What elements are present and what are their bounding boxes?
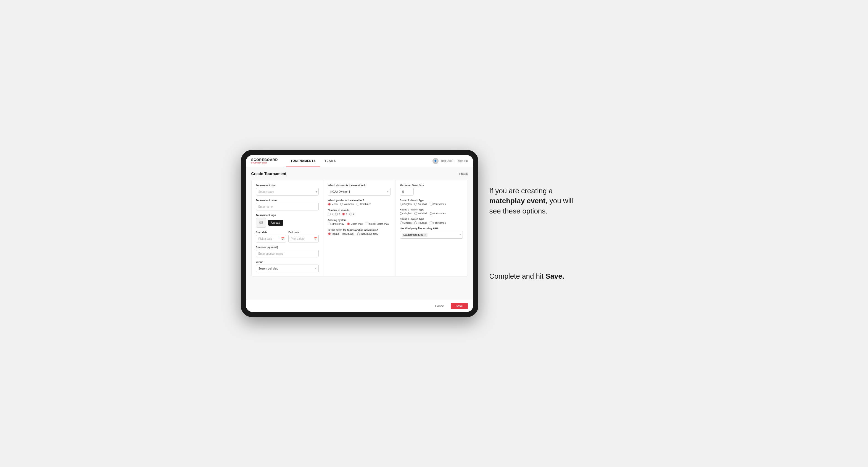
annotation-area: If you are creating a matchplay event, y…	[489, 186, 583, 281]
api-tag: Leaderboard King ×	[402, 233, 428, 237]
round3-foursomes-radio[interactable]	[430, 221, 432, 224]
round1-foursomes-label: Foursomes	[433, 203, 446, 206]
venue-select[interactable]: Search golf club	[256, 264, 319, 272]
round2-foursomes[interactable]: Foursomes	[430, 212, 446, 215]
signout-link[interactable]: Sign out	[458, 159, 468, 162]
tournament-host-field: Tournament Host ▾	[256, 184, 319, 195]
back-chevron-icon: ‹	[459, 172, 460, 175]
api-tag-remove-icon[interactable]: ×	[424, 234, 426, 237]
upload-button[interactable]: Upload	[268, 220, 284, 226]
round-2-label: 2	[339, 213, 340, 215]
round2-fourball-radio[interactable]	[414, 212, 417, 215]
teams-radio-group: Teams (+Individuals) Individuals Only	[328, 232, 391, 235]
round-4[interactable]: 4	[349, 213, 354, 215]
sponsor-input[interactable]	[256, 250, 319, 257]
round3-singles[interactable]: Singles	[400, 221, 412, 224]
logo-upload-area: 🖼 Upload	[256, 218, 319, 227]
round1-fourball[interactable]: Fourball	[414, 203, 427, 206]
scoring-stroke[interactable]: Stroke Play	[328, 223, 344, 225]
api-field: Use third-party live scoring API? Leader…	[400, 227, 463, 239]
brand-sub: Powered by clippit	[251, 162, 278, 164]
round-1[interactable]: 1	[328, 213, 333, 215]
navbar: SCOREBOARD Powered by clippit TOURNAMENT…	[246, 155, 473, 167]
calendar-icon: 📅	[281, 237, 284, 240]
scoring-medal-radio[interactable]	[366, 223, 368, 225]
page-content: Create Tournament ‹ Back Tournament Host	[246, 167, 473, 300]
round3-fourball[interactable]: Fourball	[414, 221, 427, 224]
scoring-match-radio[interactable]	[347, 223, 350, 225]
back-button[interactable]: ‹ Back	[459, 172, 468, 175]
division-label: Which division is the event for?	[328, 184, 391, 187]
brand-title: SCOREBOARD	[251, 158, 278, 161]
annotation-top: If you are creating a matchplay event, y…	[489, 186, 583, 216]
round1-match-type-label: Round 1 - Match Type	[400, 199, 463, 201]
gender-combined-radio[interactable]	[356, 203, 359, 206]
round2-fourball[interactable]: Fourball	[414, 212, 427, 215]
division-select[interactable]: NCAA Division I NCAA Division II NCAA Di…	[328, 188, 391, 195]
tournament-host-input[interactable]	[256, 188, 319, 195]
round3-match-type-field: Round 3 - Match Type Singles Fourball	[400, 218, 463, 224]
date-field: Start date 📅 End date	[256, 231, 319, 243]
gender-combined[interactable]: Combined	[356, 203, 371, 206]
end-date-group: End date 📅	[288, 231, 319, 243]
start-date-label: Start date	[256, 231, 286, 234]
round-1-radio[interactable]	[328, 213, 331, 215]
individuals-label: Individuals Only	[361, 232, 378, 235]
scoring-label: Scoring system	[328, 219, 391, 221]
scoring-stroke-label: Stroke Play	[332, 223, 344, 225]
form-col-3: Maximum Team Size Round 1 - Match Type S…	[396, 180, 468, 276]
annotation-bottom-text: Complete and hit	[489, 272, 546, 280]
api-tag-label: Leaderboard King	[403, 234, 423, 236]
gender-radio-group: Mens Womens Combined	[328, 203, 391, 206]
round-2[interactable]: 2	[335, 213, 340, 215]
individuals-option[interactable]: Individuals Only	[357, 232, 378, 235]
annotation-save-bold: Save.	[546, 272, 564, 280]
round1-singles[interactable]: Singles	[400, 203, 412, 206]
scoring-match-label: Match Play	[350, 223, 363, 225]
tournament-host-label: Tournament Host	[256, 184, 319, 187]
individuals-radio[interactable]	[357, 232, 360, 235]
page-footer: Cancel Save	[246, 300, 473, 312]
round3-singles-radio[interactable]	[400, 221, 403, 224]
round1-foursomes-radio[interactable]	[430, 203, 432, 206]
round2-foursomes-radio[interactable]	[430, 212, 432, 215]
round3-fourball-radio[interactable]	[414, 221, 417, 224]
nav-tournaments[interactable]: TOURNAMENTS	[286, 155, 320, 167]
round3-foursomes[interactable]: Foursomes	[430, 221, 446, 224]
annotation-bottom: Complete and hit Save.	[489, 271, 583, 281]
save-button[interactable]: Save	[451, 303, 468, 309]
scoring-medal[interactable]: Medal Match Play	[366, 223, 389, 225]
gender-womens[interactable]: Womens	[340, 203, 353, 206]
round2-match-type-label: Round 2 - Match Type	[400, 208, 463, 211]
round1-fourball-radio[interactable]	[414, 203, 417, 206]
cancel-button[interactable]: Cancel	[432, 303, 448, 309]
round-4-radio[interactable]	[349, 213, 352, 215]
form-grid: Tournament Host ▾ Tournament name Tourna	[251, 180, 468, 276]
teams-label: Teams (+Individuals)	[332, 232, 354, 235]
tournament-name-input[interactable]	[256, 203, 319, 211]
page-header: Create Tournament ‹ Back	[251, 172, 468, 176]
round2-singles-radio[interactable]	[400, 212, 403, 215]
round1-foursomes[interactable]: Foursomes	[430, 203, 446, 206]
nav-separator: |	[455, 159, 456, 162]
round1-match-type-field: Round 1 - Match Type Singles Fourball	[400, 199, 463, 206]
round-3-radio[interactable]	[342, 213, 345, 215]
gender-womens-radio[interactable]	[340, 203, 343, 206]
round-2-radio[interactable]	[335, 213, 338, 215]
scoring-stroke-radio[interactable]	[328, 223, 331, 225]
gender-mens-radio[interactable]	[328, 203, 331, 206]
round-3[interactable]: 3	[342, 213, 347, 215]
tournament-name-field: Tournament name	[256, 199, 319, 211]
teams-option[interactable]: Teams (+Individuals)	[328, 232, 354, 235]
api-select[interactable]: Leaderboard King × ▾	[400, 231, 463, 239]
round1-singles-radio[interactable]	[400, 203, 403, 206]
max-team-size-input[interactable]	[400, 188, 414, 195]
scoring-match[interactable]: Match Play	[347, 223, 363, 225]
round-1-label: 1	[332, 213, 333, 215]
sponsor-label: Sponsor (optional)	[256, 246, 319, 249]
teams-radio[interactable]	[328, 232, 331, 235]
round2-singles[interactable]: Singles	[400, 212, 412, 215]
gender-mens[interactable]: Mens	[328, 203, 338, 206]
nav-teams[interactable]: TEAMS	[320, 155, 340, 167]
gender-womens-label: Womens	[344, 203, 353, 206]
